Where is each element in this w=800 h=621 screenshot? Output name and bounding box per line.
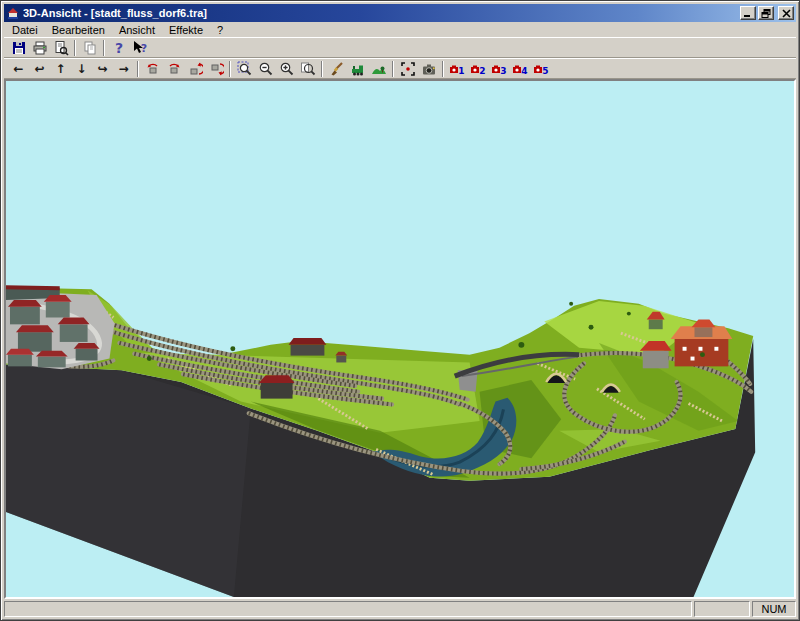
move-down-icon: ↓ bbox=[76, 63, 86, 75]
camera-preset-5-icon: 5 bbox=[533, 61, 550, 77]
camera-preset-2-icon: 2 bbox=[470, 61, 487, 77]
zoom-out-icon bbox=[258, 61, 274, 77]
close-button[interactable] bbox=[778, 6, 794, 20]
turn-left-icon: ↩ bbox=[34, 63, 44, 75]
svg-text:?: ? bbox=[140, 42, 146, 55]
camera-preset-1-button[interactable]: 1 bbox=[447, 60, 468, 78]
camera-preset-2-button[interactable]: 2 bbox=[468, 60, 489, 78]
app-window: 3D-Ansicht - [stadt_fluss_dorf6.tra] Dat… bbox=[0, 0, 800, 621]
camera-preset-4-button[interactable]: 4 bbox=[510, 60, 531, 78]
3d-viewport[interactable] bbox=[4, 79, 796, 599]
save-icon bbox=[11, 40, 27, 56]
copy-icon bbox=[82, 40, 98, 56]
camera-preset-4-icon: 4 bbox=[512, 61, 529, 77]
move-up-icon: ↑ bbox=[55, 63, 65, 75]
menu-item-effekte[interactable]: Effekte bbox=[162, 23, 210, 37]
menubar: Datei Bearbeiten Ansicht Effekte ? bbox=[4, 22, 796, 37]
print-icon bbox=[32, 40, 48, 56]
zoom-in-button[interactable] bbox=[276, 60, 297, 78]
camera-preset-5-button[interactable]: 5 bbox=[531, 60, 552, 78]
turn-right-button[interactable]: ↪ bbox=[92, 60, 113, 78]
3d-scene bbox=[6, 81, 794, 597]
center-view-button[interactable] bbox=[397, 60, 418, 78]
toolbar-separator bbox=[229, 61, 231, 77]
move-left-icon: ← bbox=[13, 63, 23, 75]
camera-preset-3-icon: 3 bbox=[491, 61, 508, 77]
tilt-down-button[interactable] bbox=[205, 60, 226, 78]
rotate-right-icon bbox=[166, 61, 182, 77]
toolbar-view: ← ↩ ↑ ↓ ↪ → bbox=[4, 58, 796, 79]
turn-right-icon: ↪ bbox=[97, 63, 107, 75]
move-left-button[interactable]: ← bbox=[8, 60, 29, 78]
restore-icon bbox=[761, 9, 771, 18]
status-num-indicator: NUM bbox=[752, 601, 796, 617]
about-help-button[interactable]: ? bbox=[108, 39, 129, 57]
app-icon-image bbox=[6, 6, 20, 20]
menu-item-bearbeiten[interactable]: Bearbeiten bbox=[45, 23, 112, 37]
toolbar-separator bbox=[392, 61, 394, 77]
paint-texture-button[interactable] bbox=[326, 60, 347, 78]
tilt-up-button[interactable] bbox=[184, 60, 205, 78]
toolbar-separator bbox=[321, 61, 323, 77]
zoom-in-icon bbox=[279, 61, 295, 77]
move-right-button[interactable]: → bbox=[113, 60, 134, 78]
toolbar-separator bbox=[442, 61, 444, 77]
menu-item-datei[interactable]: Datei bbox=[5, 23, 45, 37]
svg-text:?: ? bbox=[114, 40, 122, 56]
zoom-fit-button[interactable] bbox=[297, 60, 318, 78]
terrain-button[interactable] bbox=[368, 60, 389, 78]
print-button[interactable] bbox=[29, 39, 50, 57]
svg-text:3: 3 bbox=[500, 66, 506, 76]
rotate-right-button[interactable] bbox=[163, 60, 184, 78]
restore-button[interactable] bbox=[758, 6, 774, 20]
rotate-left-button[interactable] bbox=[142, 60, 163, 78]
minimize-icon bbox=[743, 9, 753, 18]
camera-button[interactable] bbox=[418, 60, 439, 78]
move-right-icon: → bbox=[118, 63, 128, 75]
app-icon[interactable] bbox=[6, 6, 20, 20]
toolbar-separator bbox=[103, 40, 105, 56]
tilt-up-icon bbox=[187, 61, 203, 77]
close-icon bbox=[782, 9, 791, 18]
svg-text:4: 4 bbox=[521, 66, 527, 76]
minimize-button[interactable] bbox=[740, 6, 756, 20]
toolbar-separator bbox=[137, 61, 139, 77]
center-view-icon bbox=[400, 61, 416, 77]
window-controls bbox=[740, 6, 794, 20]
about-help-icon: ? bbox=[111, 40, 127, 56]
svg-text:2: 2 bbox=[479, 66, 485, 76]
save-button[interactable] bbox=[8, 39, 29, 57]
menu-item-hilfe[interactable]: ? bbox=[210, 23, 230, 37]
status-panel-extra bbox=[694, 601, 750, 617]
camera-preset-3-button[interactable]: 3 bbox=[489, 60, 510, 78]
context-help-icon: ? bbox=[132, 40, 148, 56]
toolbar-standard: ? ? bbox=[4, 37, 796, 58]
statusbar: NUM bbox=[4, 599, 796, 617]
move-up-button[interactable]: ↑ bbox=[50, 60, 71, 78]
context-help-button[interactable]: ? bbox=[129, 39, 150, 57]
window-title: 3D-Ansicht - [stadt_fluss_dorf6.tra] bbox=[23, 7, 740, 19]
train-icon bbox=[350, 61, 366, 77]
zoom-region-icon bbox=[237, 61, 253, 77]
paint-brush-icon bbox=[329, 61, 345, 77]
status-message bbox=[4, 601, 692, 617]
scene-town bbox=[6, 285, 114, 369]
zoom-out-button[interactable] bbox=[255, 60, 276, 78]
turn-left-button[interactable]: ↩ bbox=[29, 60, 50, 78]
svg-text:5: 5 bbox=[542, 66, 548, 76]
copy-button[interactable] bbox=[79, 39, 100, 57]
menu-item-ansicht[interactable]: Ansicht bbox=[112, 23, 162, 37]
print-preview-button[interactable] bbox=[50, 39, 71, 57]
toolbar-separator bbox=[74, 40, 76, 56]
camera-icon bbox=[421, 61, 437, 77]
camera-preset-1-icon: 1 bbox=[449, 61, 466, 77]
rotate-left-icon bbox=[145, 61, 161, 77]
zoom-fit-icon bbox=[300, 61, 316, 77]
svg-text:1: 1 bbox=[458, 66, 464, 76]
drive-train-button[interactable] bbox=[347, 60, 368, 78]
terrain-icon bbox=[371, 61, 387, 77]
print-preview-icon bbox=[53, 40, 69, 56]
zoom-region-button[interactable] bbox=[234, 60, 255, 78]
titlebar[interactable]: 3D-Ansicht - [stadt_fluss_dorf6.tra] bbox=[4, 4, 796, 22]
move-down-button[interactable]: ↓ bbox=[71, 60, 92, 78]
